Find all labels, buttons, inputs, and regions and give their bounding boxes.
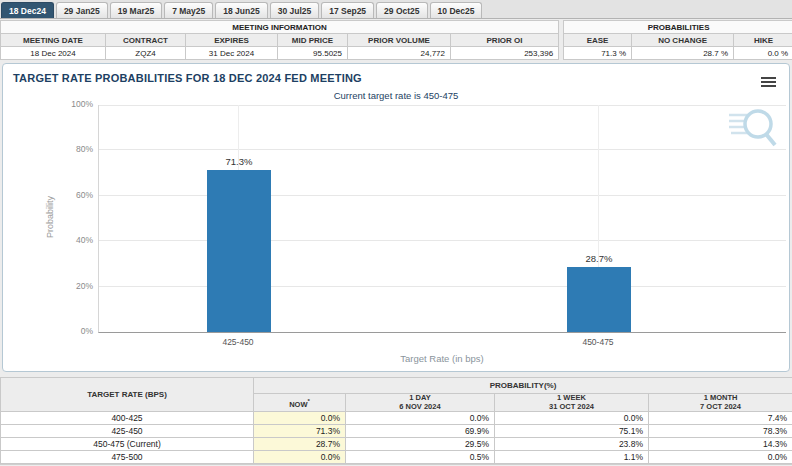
week-cell: 23.8% (495, 438, 649, 451)
month-cell: 7.4% (649, 412, 792, 425)
col-ease: EASE (564, 34, 632, 47)
probabilities-summary-row: 71.3 % 28.7 % 0.0 % (564, 47, 792, 60)
plot-area: 0% 20% 40% 60% 80% 100% 71.3% 28.7% (98, 105, 786, 333)
table-row-450-475-current: 450-475 (Current) 28.7% 29.5% 23.8% 14.3… (1, 438, 792, 451)
tab-19-mar25[interactable]: 19 Mar25 (110, 2, 162, 18)
meeting-information-table: MEETING INFORMATION MEETING DATE CONTRAC… (0, 20, 559, 60)
col-mid-price: MID PRICE (278, 34, 348, 47)
day-cell: 0.0% (346, 412, 495, 425)
probability-group-header: PROBABILITY(%) (254, 378, 792, 394)
gridline (99, 286, 786, 287)
probability-bar-450-475[interactable] (567, 267, 631, 332)
week-cell: 1.1% (495, 451, 649, 464)
now-cell: 0.0% (254, 451, 346, 464)
gridline (99, 240, 786, 241)
rate-cell: 475-500 (1, 451, 254, 464)
tab-7-may25[interactable]: 7 May25 (164, 2, 213, 18)
month-cell: 14.3% (649, 438, 792, 451)
tab-18-dec24[interactable]: 18 Dec24 (1, 2, 54, 18)
rate-cell: 400-425 (1, 412, 254, 425)
chart-title: TARGET RATE PROBABILITIES FOR 18 DEC 202… (13, 72, 362, 84)
bar-value-label: 28.7% (586, 253, 613, 264)
rate-cell: 425-450 (1, 425, 254, 438)
tab-17-sep25[interactable]: 17 Sep25 (321, 2, 374, 18)
y-tick-label: 0% (53, 326, 93, 336)
tab-30-jul25[interactable]: 30 Jul25 (270, 2, 320, 18)
prior-oi-value: 253,396 (451, 47, 559, 60)
meeting-tab-bar: 18 Dec24 29 Jan25 19 Mar25 7 May25 18 Ju… (0, 0, 792, 19)
now-cell: 0.0% (254, 412, 346, 425)
ease-value: 71.3 % (564, 47, 632, 60)
day-cell: 29.5% (346, 438, 495, 451)
tab-10-dec25[interactable]: 10 Dec25 (430, 2, 483, 18)
meeting-information-title: MEETING INFORMATION (1, 21, 559, 34)
chart-panel: TARGET RATE PROBABILITIES FOR 18 DEC 202… (2, 63, 790, 372)
gridline (99, 195, 786, 196)
hike-value: 0.0 % (734, 47, 792, 60)
week-cell: 0.0% (495, 412, 649, 425)
probability-history-section: TARGET RATE (BPS) PROBABILITY(%) NOW* 1 … (0, 377, 792, 466)
probability-history-table: TARGET RATE (BPS) PROBABILITY(%) NOW* 1 … (0, 377, 792, 464)
col-meeting-date: MEETING DATE (1, 34, 106, 47)
gridline (99, 149, 786, 150)
week-cell: 75.1% (495, 425, 649, 438)
no-change-value: 28.7 % (632, 47, 734, 60)
probabilities-summary-table: PROBABILITIES EASE NO CHANGE HIKE 71.3 %… (563, 20, 792, 60)
col-1-day: 1 DAY6 NOV 2024 (346, 394, 495, 412)
probabilities-title: PROBABILITIES (564, 21, 792, 34)
y-tick-label: 100% (53, 99, 93, 109)
day-cell: 0.5% (346, 451, 495, 464)
bar-value-label: 71.3% (226, 156, 253, 167)
table-row-425-450: 425-450 71.3% 69.9% 75.1% 78.3% (1, 425, 792, 438)
col-contract: CONTRACT (106, 34, 186, 47)
summary-tables: MEETING INFORMATION MEETING DATE CONTRAC… (0, 19, 792, 60)
table-row-400-425: 400-425 0.0% 0.0% 0.0% 7.4% (1, 412, 792, 425)
x-axis-title: Target Rate (in bps) (98, 353, 786, 364)
bar-group-425-450: 71.3% (207, 105, 271, 332)
col-target-rate: TARGET RATE (BPS) (1, 378, 254, 412)
col-prior-volume: PRIOR VOLUME (348, 34, 451, 47)
col-no-change: NO CHANGE (632, 34, 734, 47)
x-tick-label: 450-475 (582, 337, 613, 347)
col-prior-oi: PRIOR OI (451, 34, 559, 47)
chart-menu-icon[interactable] (761, 77, 776, 89)
probability-bar-425-450[interactable] (207, 170, 271, 332)
month-cell: 78.3% (649, 425, 792, 438)
y-tick-label: 60% (53, 190, 93, 200)
tab-29-jan25[interactable]: 29 Jan25 (56, 2, 108, 18)
chart-subtitle: Current target rate is 450-475 (3, 90, 789, 101)
meeting-date-value: 18 Dec 2024 (1, 47, 106, 60)
col-expires: EXPIRES (186, 34, 278, 47)
col-hike: HIKE (734, 34, 792, 47)
y-tick-label: 20% (53, 281, 93, 291)
now-asterisk: * (308, 398, 310, 404)
mid-price-value: 95.5025 (278, 47, 348, 60)
now-cell: 71.3% (254, 425, 346, 438)
table-row-475-500: 475-500 0.0% 0.5% 1.1% 0.0% (1, 451, 792, 464)
month-cell: 0.0% (649, 451, 792, 464)
bar-group-450-475: 28.7% (567, 105, 631, 332)
contract-value: ZQZ4 (106, 47, 186, 60)
gridline (99, 105, 786, 106)
y-tick-label: 80% (53, 144, 93, 154)
col-1-week: 1 WEEK31 OCT 2024 (495, 394, 649, 412)
y-tick-label: 40% (53, 235, 93, 245)
x-tick-label: 425-450 (222, 337, 253, 347)
tab-18-jun25[interactable]: 18 Jun25 (215, 2, 267, 18)
expires-value: 31 Dec 2024 (186, 47, 278, 60)
col-1-month: 1 MONTH7 OCT 2024 (649, 394, 792, 412)
tab-29-oct25[interactable]: 29 Oct25 (376, 2, 427, 18)
day-cell: 69.9% (346, 425, 495, 438)
meeting-information-row: 18 Dec 2024 ZQZ4 31 Dec 2024 95.5025 24,… (1, 47, 559, 60)
prior-volume-value: 24,772 (348, 47, 451, 60)
col-now: NOW* (254, 394, 346, 412)
now-cell: 28.7% (254, 438, 346, 451)
rate-cell: 450-475 (Current) (1, 438, 254, 451)
